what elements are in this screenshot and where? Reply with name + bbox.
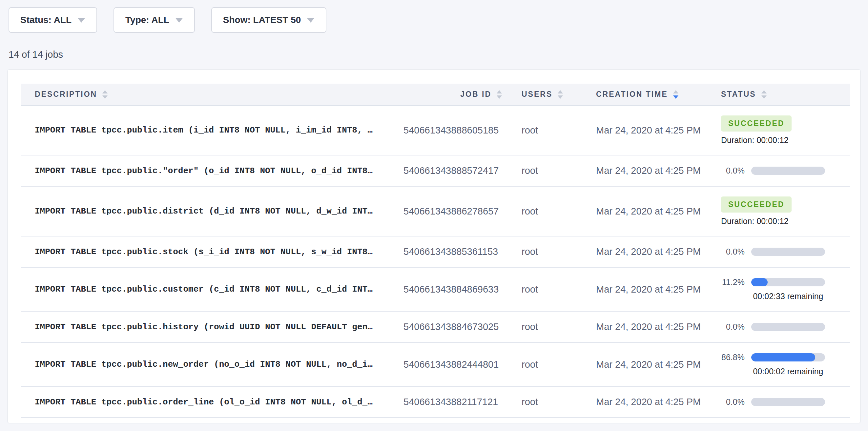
jobs-table: DESCRIPTION JOB ID USERS CREATION TIME S… [21,84,850,423]
job-creation-time: Mar 24, 2020 at 4:25 PM [596,125,701,135]
table-row[interactable]: IMPORT TABLE tpcc.public.item (i_id INT8… [21,105,850,155]
job-user: root [522,246,538,257]
job-creation-time: Mar 24, 2020 at 4:25 PM [596,246,701,257]
progress-bar [751,166,825,175]
job-creation-time: Mar 24, 2020 at 4:25 PM [596,397,701,407]
column-header-label: STATUS [721,90,756,99]
progress-bar [751,353,825,362]
job-id: 540661343888605185 [403,125,499,135]
sort-arrows-icon [673,90,678,99]
job-description[interactable]: IMPORT TABLE tpcc.public.history (rowid … [35,322,373,332]
status-filter-dropdown[interactable]: Status: ALL [8,7,97,33]
status-badge: SUCCEEDED [721,116,792,131]
column-header-job-id[interactable]: JOB ID [403,84,502,105]
job-id: 540661343884869633 [403,284,499,295]
status-filter-label: Status: ALL [20,15,71,25]
column-header-label: DESCRIPTION [35,90,97,99]
progress-bar [751,278,825,286]
column-header-label: USERS [522,90,552,99]
job-id: 540661343882444801 [403,359,499,370]
sort-arrows-icon [102,90,107,99]
job-creation-time: Mar 24, 2020 at 4:25 PM [596,206,701,216]
progress-percent: 86.8% [721,352,745,362]
job-description[interactable]: IMPORT TABLE tpcc.public.item (i_id INT8… [35,125,373,135]
progress-percent: 0.0% [721,247,745,256]
filters-bar: Status: ALL Type: ALL Show: LATEST 50 [0,0,868,33]
job-user: root [522,359,538,370]
job-creation-time: Mar 24, 2020 at 4:25 PM [596,321,701,332]
job-description[interactable]: IMPORT TABLE tpcc.public.district (d_id … [35,206,373,216]
table-row[interactable]: IMPORT TABLE tpcc.public.customer (c_id … [21,267,850,311]
sort-arrows-icon [558,90,563,99]
job-user: root [522,206,538,216]
table-row[interactable]: IMPORT TABLE tpcc.public.order_line (ol_… [21,387,850,418]
table-row[interactable]: IMPORT TABLE tpcc.public.history (rowid … [21,311,850,342]
chevron-down-icon [78,18,85,23]
job-id: 540661343886278657 [403,206,499,216]
job-user: root [522,321,538,332]
progress-remaining: 00:00:02 remaining [751,367,825,376]
job-creation-time: Mar 24, 2020 at 4:25 PM [596,359,701,370]
job-user: root [522,284,538,295]
table-row[interactable]: IMPORT TABLE tpcc.public."order" (o_id I… [21,155,850,186]
chevron-down-icon [307,18,315,23]
type-filter-dropdown[interactable]: Type: ALL [114,7,195,33]
table-row[interactable]: IMPORT TABLE tpcc.public.district (d_id … [21,186,850,236]
job-creation-time: Mar 24, 2020 at 4:25 PM [596,165,701,176]
table-row[interactable]: IMPORT TABLE tpcc.public.new_order (no_o… [21,342,850,387]
job-id: 540661343888572417 [403,165,499,176]
progress-percent: 11.2% [721,277,745,287]
table-row[interactable]: IMPORT TABLE tpcc.public.warehouse (w_id… [21,418,850,423]
progress-bar [751,398,825,406]
progress-remaining: 00:02:33 remaining [751,291,825,301]
show-filter-dropdown[interactable]: Show: LATEST 50 [211,7,327,33]
sort-arrows-icon [762,90,767,99]
column-header-creation-time[interactable]: CREATION TIME [577,84,705,105]
job-user: root [522,125,538,135]
jobs-table-card: DESCRIPTION JOB ID USERS CREATION TIME S… [8,70,860,423]
job-creation-time: Mar 24, 2020 at 4:25 PM [596,284,701,295]
column-header-users[interactable]: USERS [502,84,577,105]
status-duration: Duration: 00:00:12 [721,135,850,145]
column-header-description[interactable]: DESCRIPTION [21,84,403,105]
job-user: root [522,397,538,407]
show-filter-label: Show: LATEST 50 [223,15,301,25]
column-header-label: JOB ID [460,90,491,99]
chevron-down-icon [175,18,183,23]
column-header-status[interactable]: STATUS [705,84,850,105]
progress-percent: 0.0% [721,322,745,332]
type-filter-label: Type: ALL [125,15,169,25]
job-id: 540661343884673025 [403,321,499,332]
jobs-count: 14 of 14 jobs [8,49,868,60]
table-header-row: DESCRIPTION JOB ID USERS CREATION TIME S… [21,84,850,105]
progress-bar [751,323,825,331]
progress-percent: 0.0% [721,166,745,176]
job-user: root [522,165,538,176]
job-description[interactable]: IMPORT TABLE tpcc.public.customer (c_id … [35,284,373,294]
job-description[interactable]: IMPORT TABLE tpcc.public.order_line (ol_… [35,397,373,407]
status-duration: Duration: 00:00:12 [721,216,850,226]
job-description[interactable]: IMPORT TABLE tpcc.public.new_order (no_o… [35,360,373,369]
progress-percent: 0.0% [721,397,745,407]
sort-arrows-icon [497,90,502,99]
job-id: 540661343885361153 [403,246,498,257]
job-description[interactable]: IMPORT TABLE tpcc.public."order" (o_id I… [35,166,373,176]
job-id: 540661343882117121 [403,397,498,407]
job-description[interactable]: IMPORT TABLE tpcc.public.stock (s_i_id I… [35,247,373,257]
table-row[interactable]: IMPORT TABLE tpcc.public.stock (s_i_id I… [21,236,850,267]
status-badge: SUCCEEDED [721,196,792,213]
progress-bar [751,248,825,256]
column-header-label: CREATION TIME [596,90,668,99]
